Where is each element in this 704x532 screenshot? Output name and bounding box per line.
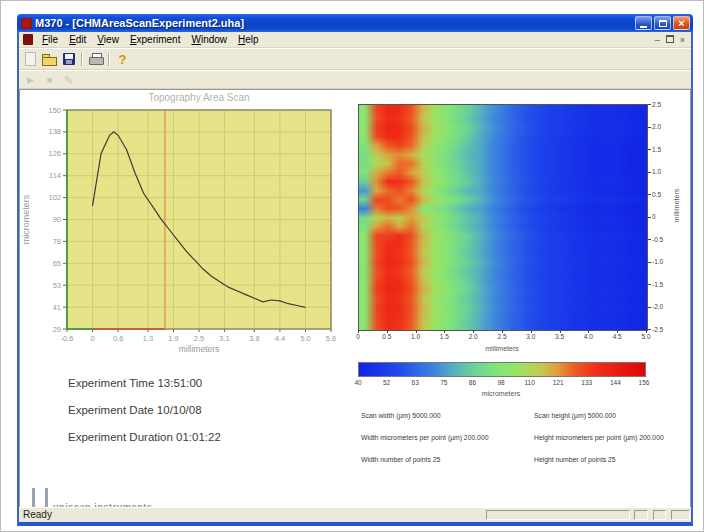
scan-param: Width micrometers per point (µm) 200.000 [361, 427, 488, 449]
scan-param: Scan height (µm) 5000.000 [534, 405, 664, 427]
status-resize-grip[interactable] [671, 510, 690, 520]
menu-item-window[interactable]: Window [186, 33, 232, 46]
colorbar-tick: 86 [460, 379, 484, 386]
heatmap-y-tick: -1.0 [652, 258, 663, 265]
menu-bar: FileEditViewExperimentWindowHelp – × [19, 32, 691, 48]
svg-text:2.5: 2.5 [194, 334, 204, 343]
new-file-icon [25, 52, 36, 66]
colorbar-tick: 121 [546, 379, 570, 386]
menu-item-file[interactable]: File [37, 33, 63, 46]
minimize-button[interactable] [635, 16, 652, 30]
heatmap-x-tick: 3.0 [519, 333, 543, 340]
colorbar-tick: 144 [603, 379, 627, 386]
svg-text:114: 114 [49, 171, 61, 180]
stop-icon: ■ [47, 75, 52, 85]
heatmap-x-axis-label: millimeters [432, 345, 572, 352]
main-toolbar: ? [19, 48, 691, 70]
scan-height-params: Scan height (µm) 5000.000Height micromet… [534, 405, 664, 471]
title-bar[interactable]: M370 - [CHMAreaScanExperiment2.uha] × [17, 14, 693, 32]
heatmap-x-tick: 0.5 [375, 333, 399, 340]
mdi-close-button[interactable]: × [680, 35, 685, 45]
colorbar-tick: 63 [403, 379, 427, 386]
svg-text:3.8: 3.8 [249, 334, 259, 343]
status-bar: Ready [19, 507, 691, 522]
help-button[interactable]: ? [113, 51, 132, 67]
svg-text:78: 78 [53, 237, 61, 246]
toolbar-separator [108, 53, 110, 66]
help-icon: ? [119, 53, 127, 66]
colorbar [358, 362, 646, 377]
edit-button[interactable]: ✎ [59, 72, 78, 88]
svg-text:138: 138 [48, 127, 61, 136]
status-panel [634, 510, 648, 520]
svg-text:90: 90 [53, 215, 61, 224]
desktop: M370 - [CHMAreaScanExperiment2.uha] × Fi… [0, 0, 704, 532]
heatmap-y-tick: 1.5 [652, 146, 661, 153]
play-button[interactable]: ▶ [21, 72, 40, 88]
open-folder-icon [42, 53, 57, 65]
colorbar-tick: 98 [489, 379, 513, 386]
stop-button[interactable]: ■ [40, 72, 59, 88]
experiment-info-line: Experiment Duration 01:01:22 [68, 431, 221, 443]
svg-text:29: 29 [53, 325, 61, 334]
heatmap-y-tick: 0.5 [652, 191, 661, 198]
svg-text:4.4: 4.4 [275, 334, 285, 343]
svg-text:5.6: 5.6 [326, 334, 336, 343]
svg-text:millimeters: millimeters [179, 344, 220, 354]
svg-text:1.3: 1.3 [143, 334, 153, 343]
close-button[interactable]: × [673, 16, 690, 30]
mdi-restore-button[interactable] [666, 35, 674, 45]
app-icon [21, 18, 32, 29]
mdi-minimize-button[interactable]: – [655, 35, 660, 45]
colorbar-tick: 52 [375, 379, 399, 386]
heatmap-y-tick: -2.5 [652, 326, 663, 333]
colorbar-tick: 75 [432, 379, 456, 386]
area-scan-heatmap-block: 00.51.01.52.02.53.03.54.04.55.0 2.52.01.… [351, 90, 691, 507]
document-icon [23, 34, 33, 45]
heatmap-x-tick: 5.0 [634, 333, 658, 340]
heatmap-y-axis-label: millimeters [673, 181, 680, 231]
svg-text:micrometers: micrometers [21, 194, 31, 244]
colorbar-label: micrometers [431, 390, 571, 397]
menu-item-help[interactable]: Help [233, 33, 264, 46]
print-button[interactable] [86, 51, 105, 67]
colorbar-tick: 156 [632, 379, 656, 386]
window-body: FileEditViewExperimentWindowHelp – × ? ▶… [17, 32, 693, 526]
svg-text:1.9: 1.9 [168, 334, 178, 343]
open-button[interactable] [40, 51, 59, 67]
minimize-icon [640, 26, 647, 28]
heatmap-y-tick: -2.0 [652, 303, 663, 310]
restore-button[interactable] [654, 16, 671, 30]
save-button[interactable] [59, 51, 78, 67]
experiment-view: -0.600.61.31.92.53.13.84.45.05.615013812… [19, 89, 691, 507]
area-scan-heatmap [358, 104, 648, 331]
svg-text:53: 53 [53, 281, 61, 290]
menu-item-edit[interactable]: Edit [64, 33, 91, 46]
svg-text:65: 65 [53, 259, 61, 268]
scan-param: Height number of points 25 [534, 449, 664, 471]
svg-text:102: 102 [48, 193, 61, 202]
svg-text:0: 0 [90, 334, 94, 343]
status-text: Ready [23, 509, 52, 520]
uniscan-u-icon [32, 488, 48, 507]
experiment-info: Experiment Time 13:51:00Experiment Date … [68, 377, 221, 458]
svg-text:3.1: 3.1 [219, 334, 229, 343]
mdi-window-controls: – × [655, 35, 689, 45]
heatmap-x-tick: 2.0 [461, 333, 485, 340]
pencil-icon: ✎ [64, 75, 73, 85]
toolbar-separator [81, 53, 83, 66]
heatmap-y-tick: -0.5 [652, 236, 663, 243]
new-button[interactable] [21, 51, 40, 67]
scan-width-params: Scan width (µm) 5000.000Width micrometer… [361, 405, 488, 471]
status-panel [486, 510, 630, 520]
run-toolbar: ▶ ■ ✎ [19, 70, 691, 89]
window-title: M370 - [CHMAreaScanExperiment2.uha] [35, 17, 635, 29]
menu-item-experiment[interactable]: Experiment [125, 33, 186, 46]
scan-param: Width number of points 25 [361, 449, 488, 471]
svg-text:Topography Area Scan: Topography Area Scan [148, 92, 249, 103]
experiment-info-line: Experiment Time 13:51:00 [68, 377, 221, 389]
restore-icon [659, 20, 667, 27]
svg-text:41: 41 [53, 303, 61, 312]
mdi-restore-icon [666, 35, 674, 43]
menu-item-view[interactable]: View [92, 33, 124, 46]
